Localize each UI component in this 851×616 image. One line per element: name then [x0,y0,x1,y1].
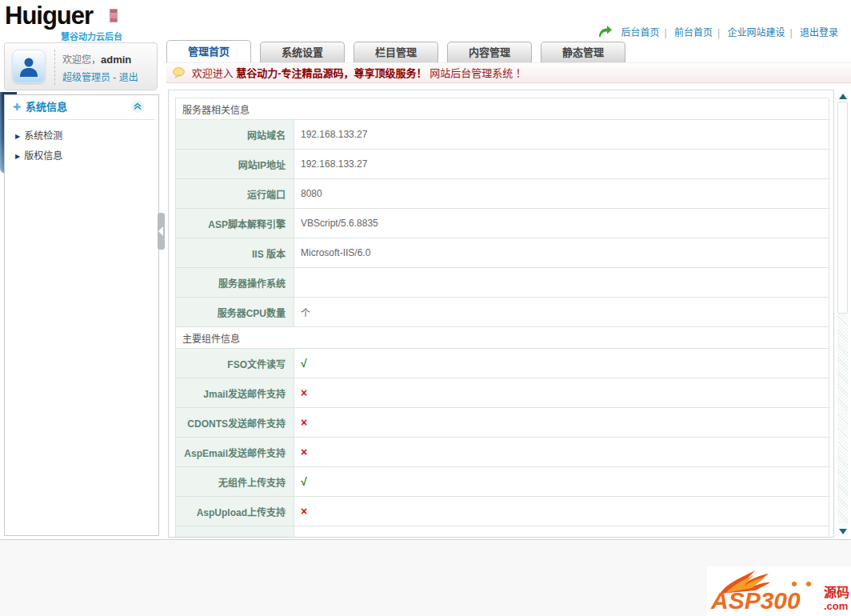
row-value: × [294,378,829,408]
user-avatar [12,50,46,83]
row-value: √ [294,467,829,497]
table-row: 网站域名192.168.133.27 [176,120,829,150]
table-row: Jmail发送邮件支持× [176,378,829,408]
sidebar-item-copyright[interactable]: ▶版权信息 [5,145,158,165]
sidebar: ✚系统信息 ▶系统检测 ▶版权信息 [4,94,159,536]
sidebar-header: ✚系统信息 [5,95,158,118]
row-label: 服务器操作系统 [176,268,294,298]
asp300-cn-text: 源码 [824,585,849,599]
nav-separator: | [717,27,720,38]
nav-logout[interactable]: 退出登录 [800,27,838,38]
row-label: 无组件上传支持 [176,467,294,497]
dash: - [113,72,116,83]
asp300-brand-text: ASP300 [710,587,801,614]
seal-stamp-icon [110,9,118,22]
content-panel: 服务器相关信息网站域名192.168.133.27网站IP地址192.168.1… [168,90,834,538]
top-nav: 后台首页| 前台首页| 企业网站建设| 退出登录 [598,25,843,40]
role-line: 超级管理员 - 退出 [62,70,138,83]
table-row: 网站IP地址192.168.133.27 [176,150,829,179]
logout-link[interactable]: 退出 [119,72,138,83]
cross-icon: × [301,416,307,429]
nav-site-build[interactable]: 企业网站建设 [728,27,785,38]
row-label: FSO文件读写 [176,349,294,378]
role-link[interactable]: 超级管理员 [62,72,110,83]
collapse-up-icon[interactable] [131,100,144,113]
nav-separator: | [665,27,667,38]
notice-highlight: 慧谷动力-专注精品源码，尊享顶级服务！ [236,67,426,79]
table-row: FSO文件读写√ [176,349,829,378]
table-row: ASP脚本解释引擎VBScript/5.6.8835 [176,209,829,238]
row-label: Jmail发送邮件支持 [176,378,294,408]
row-value: Microsoft-IIS/6.0 [294,238,829,268]
row-label: AspEmail发送邮件支持 [176,438,294,467]
table-row [176,526,829,538]
welcome-line: 欢迎您，admin [62,52,131,66]
row-label [176,526,294,538]
row-label: 运行端口 [176,179,294,209]
notice-suffix: 网站后台管理系统 ！ [427,67,526,79]
notice-prefix: 欢迎进入 [192,67,237,79]
sidebar-title: 系统信息 [26,101,67,113]
row-value: 192.168.133.27 [294,120,829,150]
row-label: 网站域名 [176,120,294,150]
tab-system-settings[interactable]: 系统设置 [260,42,345,62]
triangle-bullet-icon: ▶ [15,133,20,140]
app-logo-subtitle: 慧谷动力云后台 [61,30,122,42]
vertical-scrollbar[interactable] [837,90,849,538]
nav-separator: | [790,27,793,38]
nav-backend-home[interactable]: 后台首页 [621,27,660,38]
table-row: AspEmail发送邮件支持× [176,438,829,467]
row-value [294,268,829,298]
notice-bar: 欢迎进入 慧谷动力-专注精品源码，尊享顶级服务！ 网站后台管理系统 ！ [166,62,851,83]
divider [54,50,55,85]
welcome-prefix: 欢迎您， [62,54,101,66]
table-row: AspUpload上传支持× [176,497,829,526]
cross-icon: × [301,446,307,458]
sidebar-item-system-check[interactable]: ▶系统检测 [5,125,158,145]
row-value: × [294,408,829,438]
tab-column-manage[interactable]: 栏目管理 [354,42,438,62]
tab-content-manage[interactable]: 内容管理 [447,42,532,62]
row-value: 192.168.133.27 [294,150,829,179]
main-tabs: 管理首页系统设置栏目管理内容管理静态管理 [166,40,634,62]
scrollbar-track[interactable] [837,314,848,523]
tab-static-manage[interactable]: 静态管理 [541,42,625,62]
admin-page: Huiguer 慧谷动力云后台 后台首页| 前台首页| 企业网站建设| 退出登录… [0,0,851,616]
plus-icon: ✚ [13,102,21,113]
row-value: VBScript/5.6.8835 [294,209,829,238]
green-arrow-icon [598,29,614,40]
server-info-table: 服务器相关信息网站域名192.168.133.27网站IP地址192.168.1… [175,98,829,538]
left-arrow-icon [158,226,163,236]
check-icon: √ [301,475,307,488]
table-row: IIS 版本Microsoft-IIS/6.0 [176,238,829,268]
speech-bubble-icon [173,69,188,81]
row-value: × [294,497,829,526]
scroll-up-icon[interactable] [839,94,847,99]
person-icon [17,54,41,78]
table-row: 运行端口8080 [176,179,829,209]
table-row: 服务器操作系统 [176,268,829,298]
footer: ASP300 源码 .com [0,539,851,616]
scroll-down-icon[interactable] [839,529,847,534]
row-label: CDONTS发送邮件支持 [176,408,294,438]
nav-frontend-home[interactable]: 前台首页 [674,27,713,38]
check-icon: √ [301,357,307,370]
cross-icon: × [301,386,307,399]
app-logo: Huiguer [5,2,93,30]
table-row: 无组件上传支持√ [176,467,829,497]
tab-admin-home[interactable]: 管理首页 [166,40,251,62]
scrollbar-thumb[interactable] [837,102,848,314]
asp300-com-text: .com [824,600,848,612]
row-label: AspUpload上传支持 [176,497,294,526]
asp300-logo: ASP300 源码 .com [707,566,851,616]
row-value [294,526,829,538]
table-row: 服务器CPU数量个 [176,298,829,327]
row-value: √ [294,349,829,378]
sidebar-collapse-handle[interactable] [158,213,165,250]
table-section-title: 服务器相关信息 [176,98,829,120]
row-value: 个 [294,298,829,327]
row-label: ASP脚本解释引擎 [176,209,294,238]
triangle-bullet-icon: ▶ [15,153,20,160]
cross-icon: × [301,505,307,518]
row-value: × [294,438,829,467]
